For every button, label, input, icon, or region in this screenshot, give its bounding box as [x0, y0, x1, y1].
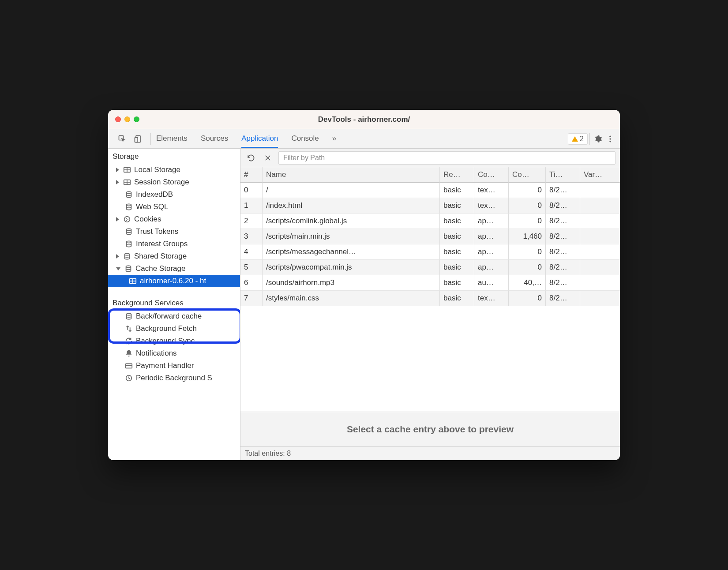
sidebar-item-interest-groups[interactable]: Interest Groups — [108, 238, 240, 250]
kebab-icon[interactable] — [604, 133, 616, 145]
sidebar-item-background-sync[interactable]: Background Sync — [108, 335, 240, 347]
chevron-icon[interactable] — [116, 180, 119, 184]
spacer — [116, 229, 121, 234]
table-row[interactable]: 4/scripts/messagechannel…basicap…08/2… — [240, 244, 620, 260]
col-name[interactable]: Name — [263, 167, 440, 183]
spacer — [116, 205, 121, 209]
tab-elements[interactable]: Elements — [156, 130, 188, 148]
gear-icon[interactable] — [592, 133, 604, 145]
svg-point-12 — [127, 191, 131, 193]
cell-time: 8/2… — [546, 229, 580, 244]
window-title: DevTools - airhorner.com/ — [108, 115, 620, 124]
tab-console[interactable]: Console — [291, 130, 319, 148]
table-row[interactable]: 7/styles/main.cssbasictex…08/2… — [240, 291, 620, 306]
sidebar-item-label: Cookies — [134, 215, 161, 224]
cell-ct: tex… — [474, 291, 509, 306]
sidebar-item-local-storage[interactable]: Local Storage — [108, 164, 240, 176]
table-row[interactable]: 2/scripts/comlink.global.jsbasicap…08/2… — [240, 214, 620, 229]
cell-ct: ap… — [474, 214, 509, 229]
spacer — [116, 351, 121, 356]
svg-point-14 — [124, 217, 130, 222]
col-vary[interactable]: Var… — [580, 167, 620, 183]
spacer — [116, 339, 121, 343]
chevron-icon[interactable] — [116, 254, 119, 259]
sidebar-item-back-forward-cache[interactable]: Back/forward cache — [108, 310, 240, 322]
inspect-icon[interactable] — [116, 133, 128, 145]
clock-icon — [124, 374, 133, 382]
cell-vary — [580, 198, 620, 214]
tab-sources[interactable]: Sources — [201, 130, 228, 148]
cell-idx: 2 — [240, 214, 263, 229]
sidebar-item-background-fetch[interactable]: Background Fetch — [108, 322, 240, 335]
separator — [589, 133, 590, 145]
cell-ct: ap… — [474, 244, 509, 260]
sidebar-item-payment-handler[interactable]: Payment Handler — [108, 360, 240, 372]
sidebar-item-trust-tokens[interactable]: Trust Tokens — [108, 225, 240, 238]
table-row[interactable]: 6/sounds/airhorn.mp3basicau…40,…8/2… — [240, 275, 620, 291]
content-pane: # Name Re… Co… Co… Ti… Var… 0/basictex…0… — [240, 149, 620, 460]
filter-input[interactable] — [278, 151, 615, 165]
sidebar-item-periodic-background-s[interactable]: Periodic Background S — [108, 372, 240, 384]
table-row[interactable]: 5/scripts/pwacompat.min.jsbasicap…08/2… — [240, 260, 620, 275]
db-icon — [124, 240, 133, 248]
device-toggle-icon[interactable] — [132, 133, 144, 145]
sidebar-item-label: Shared Storage — [134, 252, 187, 261]
sidebar-item-indexeddb[interactable]: IndexedDB — [108, 188, 240, 201]
cell-cl: 0 — [509, 291, 546, 306]
reload-icon[interactable] — [245, 152, 257, 164]
cell-vary — [580, 214, 620, 229]
sidebar-item-label: airhorner-0.6.20 - ht — [140, 277, 206, 285]
sidebar-item-cache-storage[interactable]: Cache Storage — [108, 262, 240, 275]
traffic-lights — [115, 116, 139, 122]
sidebar-item-cookies[interactable]: Cookies — [108, 213, 240, 225]
sidebar-item-session-storage[interactable]: Session Storage — [108, 176, 240, 188]
col-content-length[interactable]: Co… — [509, 167, 546, 183]
db-icon — [124, 264, 133, 273]
chevron-icon[interactable] — [116, 267, 120, 270]
sidebar-item-label: Session Storage — [134, 178, 189, 187]
cell-time: 8/2… — [546, 214, 580, 229]
svg-point-13 — [127, 204, 131, 206]
cell-name: /scripts/pwacompat.min.js — [263, 260, 440, 275]
zoom-window-button[interactable] — [134, 116, 139, 122]
cell-idx: 0 — [240, 183, 263, 198]
tab-more[interactable]: » — [332, 130, 336, 148]
sidebar-item-cache-instance[interactable]: airhorner-0.6.20 - ht — [108, 275, 240, 287]
sidebar-item-label: Back/forward cache — [136, 312, 202, 321]
issues-badge[interactable]: 2 — [568, 133, 588, 145]
sidebar-item-shared-storage[interactable]: Shared Storage — [108, 250, 240, 262]
cell-idx: 3 — [240, 229, 263, 244]
table-row[interactable]: 1/index.htmlbasictex…08/2… — [240, 198, 620, 214]
sidebar-item-notifications[interactable]: Notifications — [108, 347, 240, 360]
table-row[interactable]: 3/scripts/main.min.jsbasicap…1,4608/2… — [240, 229, 620, 244]
cell-idx: 5 — [240, 260, 263, 275]
col-time[interactable]: Ti… — [546, 167, 580, 183]
clear-icon[interactable] — [262, 152, 274, 164]
table-header: # Name Re… Co… Co… Ti… Var… — [240, 167, 620, 183]
chevron-icon[interactable] — [116, 217, 119, 221]
col-response[interactable]: Re… — [440, 167, 474, 183]
spacer — [116, 364, 121, 368]
svg-point-5 — [609, 141, 611, 142]
close-window-button[interactable] — [115, 116, 121, 122]
devtools-window: DevTools - airhorner.com/ Elements Sourc… — [108, 110, 620, 460]
preview-pane: Select a cache entry above to preview To… — [240, 412, 620, 460]
tab-application[interactable]: Application — [241, 130, 278, 148]
table-row[interactable]: 0/basictex…08/2… — [240, 183, 620, 198]
col-content-type[interactable]: Co… — [474, 167, 509, 183]
col-index[interactable]: # — [240, 167, 263, 183]
cell-cl: 40,… — [509, 275, 546, 291]
cell-time: 8/2… — [546, 198, 580, 214]
db-icon — [123, 252, 131, 261]
cell-idx: 1 — [240, 198, 263, 214]
cookie-icon — [123, 215, 131, 224]
db-icon — [124, 312, 133, 321]
chevron-icon[interactable] — [116, 168, 119, 172]
cell-name: /sounds/airhorn.mp3 — [263, 275, 440, 291]
cell-resp: basic — [440, 198, 474, 214]
content-toolbar — [240, 149, 620, 167]
sidebar-item-web-sql[interactable]: Web SQL — [108, 201, 240, 213]
minimize-window-button[interactable] — [124, 116, 130, 122]
cell-vary — [580, 275, 620, 291]
sidebar-item-label: Background Sync — [136, 337, 195, 345]
